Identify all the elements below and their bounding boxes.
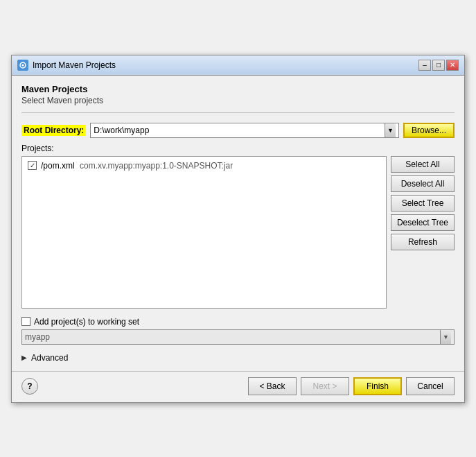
projects-area: ✓ /pom.xml com.xv.myapp:myapp:1.0-SNAPSH… <box>21 156 455 309</box>
section-title: Maven Projects <box>21 84 455 94</box>
projects-buttons: Select All Deselect All Select Tree Dese… <box>391 156 455 309</box>
footer-right: < Back Next > Finish Cancel <box>248 377 455 395</box>
working-set-value: myapp <box>25 332 50 342</box>
minimize-button[interactable]: – <box>418 60 431 71</box>
back-button[interactable]: < Back <box>248 377 297 395</box>
dialog-footer: ? < Back Next > Finish Cancel <box>12 371 464 402</box>
project-pom: /pom.xml <box>41 161 75 171</box>
working-set-combo-arrow-icon[interactable]: ▼ <box>440 330 451 344</box>
title-bar-left: Import Maven Projects <box>17 60 116 71</box>
projects-label: Projects: <box>21 144 455 153</box>
dialog-window: Import Maven Projects – □ ✕ Maven Projec… <box>11 55 465 403</box>
list-item[interactable]: ✓ /pom.xml com.xv.myapp:myapp:1.0-SNAPSH… <box>25 159 383 172</box>
close-button[interactable]: ✕ <box>446 60 459 71</box>
root-dir-row: Root Directory: D:\work\myapp ▼ Browse..… <box>21 123 455 138</box>
working-set-label: Add project(s) to working set <box>34 317 139 327</box>
select-all-button[interactable]: Select All <box>391 156 455 173</box>
svg-point-2 <box>22 64 24 66</box>
maven-icon <box>17 60 28 71</box>
projects-section: Projects: ✓ /pom.xml com.xv.myapp:myapp:… <box>21 144 455 309</box>
select-tree-button[interactable]: Select Tree <box>391 195 455 212</box>
advanced-expand-icon: ▶ <box>21 354 27 361</box>
projects-list[interactable]: ✓ /pom.xml com.xv.myapp:myapp:1.0-SNAPSH… <box>21 156 387 309</box>
working-set-checkbox[interactable] <box>21 317 30 326</box>
advanced-row[interactable]: ▶ Advanced <box>21 353 455 363</box>
maximize-button[interactable]: □ <box>432 60 445 71</box>
title-bar: Import Maven Projects – □ ✕ <box>12 55 464 76</box>
project-checkbox[interactable]: ✓ <box>28 161 37 170</box>
help-button[interactable]: ? <box>21 378 38 395</box>
separator <box>21 112 455 113</box>
combo-arrow-icon[interactable]: ▼ <box>385 123 396 137</box>
cancel-button[interactable]: Cancel <box>406 377 455 395</box>
working-set-checkbox-label[interactable]: Add project(s) to working set <box>21 317 139 327</box>
working-set-row: Add project(s) to working set <box>21 317 455 327</box>
working-set-combo[interactable]: myapp ▼ <box>21 329 455 345</box>
refresh-button[interactable]: Refresh <box>391 234 455 250</box>
finish-button[interactable]: Finish <box>353 377 402 395</box>
project-coords: com.xv.myapp:myapp:1.0-SNAPSHOT:jar <box>80 161 233 171</box>
deselect-all-button[interactable]: Deselect All <box>391 175 455 192</box>
working-set-section: Add project(s) to working set myapp ▼ <box>21 314 455 345</box>
header-section: Maven Projects Select Maven projects <box>21 84 455 105</box>
root-dir-combo[interactable]: D:\work\myapp ▼ <box>90 123 399 138</box>
root-dir-label: Root Directory: <box>21 125 86 136</box>
browse-button[interactable]: Browse... <box>403 123 455 138</box>
root-dir-value: D:\work\myapp <box>94 126 385 135</box>
dialog-body: Maven Projects Select Maven projects Roo… <box>12 76 464 371</box>
project-item-text: /pom.xml com.xv.myapp:myapp:1.0-SNAPSHOT… <box>41 161 233 171</box>
advanced-label: Advanced <box>31 353 68 363</box>
title-buttons: – □ ✕ <box>418 60 459 71</box>
dialog-title: Import Maven Projects <box>33 60 116 70</box>
deselect-tree-button[interactable]: Deselect Tree <box>391 214 455 231</box>
footer-left: ? <box>21 378 38 395</box>
section-subtitle: Select Maven projects <box>21 96 455 105</box>
next-button[interactable]: Next > <box>301 377 349 395</box>
